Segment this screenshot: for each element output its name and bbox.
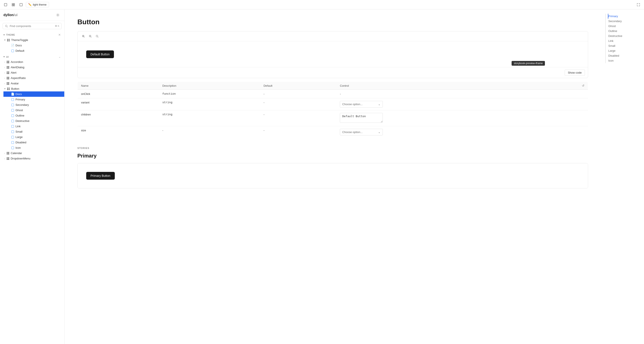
sidebar-item-button-secondary[interactable]: Secondary [4,102,64,108]
size-select[interactable]: Choose option... ⌄ [340,129,383,135]
view-outline-btn[interactable] [18,2,24,8]
row-default: - [260,98,336,110]
col-default: Default [260,82,336,90]
toc-item-link[interactable]: Link [608,38,640,43]
sidebar-item-label: ThemeToggle [11,38,28,42]
row-name: size [78,126,159,138]
sidebar-item-label: Primary [16,98,25,101]
svg-rect-3 [12,5,13,6]
toc-item-small[interactable]: Small [608,43,640,48]
preview-toolbar [78,31,588,41]
row-control: - [336,90,578,98]
sidebar-item-button-primary[interactable]: Primary [4,97,64,102]
col-reset: ↺ [578,82,588,90]
sidebar-item-aspectratio[interactable]: › AspectRatio [0,75,64,81]
close-icon: ✕ [58,33,61,36]
sidebar-item-themetoggle-default[interactable]: Default [4,48,64,53]
preview-content: Default Button [78,41,588,67]
sidebar-item-calendar[interactable]: › Calendar [0,151,64,156]
sidebar-item-dropdownmenu[interactable]: › DropdownMenu [0,156,64,161]
theme-section-label: THEME [6,33,15,36]
docs-icon: 📄 [11,44,14,47]
zoom-out-btn[interactable] [88,33,93,39]
section-theme-header[interactable]: ▾ THEME ✕ [0,31,64,37]
sidebar-item-label: Accordion [11,60,23,63]
story-primary-button[interactable]: Primary Button [86,172,115,180]
section-ui-header[interactable]: ▾ UI ⌄ [0,53,64,59]
chevron-right-icon: › [4,157,5,160]
story-icon [11,130,14,133]
sidebar-item-button-ghost[interactable]: Ghost [4,108,64,113]
view-single-btn[interactable] [2,2,8,8]
sidebar-item-avatar[interactable]: › Avatar [0,81,64,86]
chevron-down-icon: ▾ [4,39,6,41]
toc: Primary Secondary Ghost Outline Destruct… [605,14,640,63]
grid-icon [6,82,10,85]
zoom-in-btn[interactable] [80,33,86,39]
children-textarea[interactable]: Default Button [340,113,383,123]
sidebar-item-label: Link [16,125,21,128]
row-action [578,110,588,126]
toc-item-disabled[interactable]: Disabled [608,53,640,58]
preview-box: Default Button storybook-preview-iframe … [78,31,588,78]
sidebar-item-button-link[interactable]: Link [4,124,64,129]
chevron-right-icon: › [4,152,5,155]
expand-btn[interactable] [636,2,642,8]
sidebar-item-button-small[interactable]: Small [4,129,64,134]
sidebar-item-button[interactable]: ▾ Button [0,86,64,91]
table-row: onClick function - - [78,90,588,98]
sidebar-header: dyllon/ui [0,9,64,21]
sidebar-item-button-outline[interactable]: Outline [4,113,64,118]
top-toolbar: ✏️ light theme [0,0,644,9]
demo-button[interactable]: Default Button [86,50,114,58]
expand-icon: ⌄ [58,55,61,58]
story-icon [11,109,14,112]
sidebar-item-button-disabled[interactable]: Disabled [4,140,64,145]
right-sidebar: Primary Secondary Ghost Outline Destruct… [601,9,644,344]
toc-item-outline[interactable]: Outline [608,28,640,33]
sidebar-item-button-large[interactable]: Large [4,134,64,140]
sidebar-item-label: AlertDialog [11,66,24,69]
sidebar-item-label: Disabled [16,141,26,144]
col-control: Control [336,82,578,90]
search-input[interactable] [10,24,53,28]
sidebar-item-label: Alert [11,71,16,74]
toc-item-primary[interactable]: Primary [608,14,640,19]
variant-select[interactable]: Choose option... ⌄ [340,101,383,108]
grid-icon [6,66,10,69]
row-desc: - [159,126,260,138]
sidebar-item-button-destructive[interactable]: Destructive [4,118,64,124]
sidebar-item-themetoggle-docs[interactable]: 📄 Docs [4,43,64,48]
sidebar-item-themetoggle[interactable]: ▾ ThemeToggle [0,37,64,43]
svg-rect-4 [14,5,14,6]
toc-item-secondary[interactable]: Secondary [608,19,640,24]
chevron-right-icon: › [4,71,5,74]
preview-footer: storybook-preview-iframe Show code [78,67,588,78]
sidebar-item-button-docs[interactable]: 📄 Docs [4,91,64,97]
row-default: - [260,126,336,138]
theme-toggle-btn[interactable]: ✏️ light theme [26,2,49,7]
col-name: Name [78,82,159,90]
docs-icon: 📄 [11,93,14,96]
toc-item-large[interactable]: Large [608,48,640,53]
sidebar-item-alert[interactable]: › Alert [0,70,64,75]
show-code-btn[interactable]: Show code [565,70,585,76]
search-icon [5,25,8,28]
reset-icon[interactable]: ↺ [582,84,584,87]
page-title: Button [78,18,588,26]
table-row: variant string - Choose option... ⌄ [78,98,588,110]
sidebar-item-alertdialog[interactable]: › AlertDialog [0,65,64,70]
toc-item-destructive[interactable]: Destructive [608,33,640,38]
zoom-reset-btn[interactable] [94,33,100,39]
sidebar-item-accordion[interactable]: › Accordion [0,59,64,65]
stories-label: STORIES [78,147,588,149]
settings-btn[interactable] [55,12,61,18]
view-grid-btn[interactable] [10,2,16,8]
sidebar-item-label: Default [16,49,24,52]
main-content: Button Default Button storybook-preview-… [64,9,601,344]
chevron-right-icon: › [4,82,5,85]
toc-item-ghost[interactable]: Ghost [608,24,640,28]
toc-item-icon[interactable]: Icon [608,58,640,63]
sidebar-item-button-icon[interactable]: Icon [4,145,64,151]
chevron-icon: ▾ [4,55,5,58]
